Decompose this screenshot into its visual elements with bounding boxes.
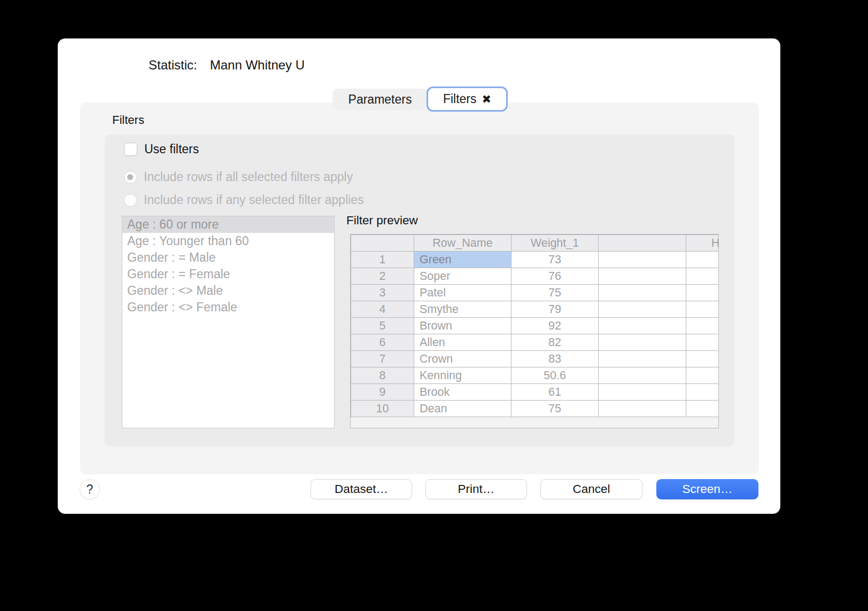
- filter-list-item[interactable]: Age : Younger than 60: [122, 233, 334, 249]
- radio-any-filter[interactable]: [124, 194, 137, 207]
- cell-rownum[interactable]: 7: [351, 351, 414, 367]
- help-button[interactable]: ?: [80, 479, 100, 499]
- filter-list-item[interactable]: Gender : = Female: [122, 266, 334, 283]
- tab-filters-label: Filters: [443, 92, 477, 106]
- screen-button-label: Screen…: [683, 482, 733, 496]
- tab-parameters[interactable]: Parameters: [332, 89, 428, 110]
- cell-weight[interactable]: 83: [511, 351, 599, 367]
- help-icon: ?: [87, 482, 94, 497]
- cell-name[interactable]: Brown: [414, 318, 511, 334]
- cell-name[interactable]: Allen: [414, 334, 511, 351]
- filter-list-item[interactable]: Gender : <> Male: [122, 283, 334, 299]
- cell-name[interactable]: Brook: [414, 384, 511, 401]
- cell-weight[interactable]: 73: [511, 252, 599, 268]
- close-icon[interactable]: ✖: [482, 93, 492, 105]
- tab-filters[interactable]: Filters ✖: [427, 87, 508, 112]
- use-filters-checkbox[interactable]: [124, 143, 137, 156]
- cell-extra[interactable]: [599, 252, 686, 268]
- cell-rownum[interactable]: 8: [351, 367, 414, 384]
- cell-extra2[interactable]: [686, 367, 719, 384]
- cell-name[interactable]: Crown: [414, 351, 511, 367]
- cell-extra[interactable]: [599, 285, 686, 301]
- radio-all-filters[interactable]: [124, 171, 137, 184]
- cell-weight[interactable]: 92: [511, 318, 599, 334]
- cell-rownum[interactable]: 5: [351, 318, 414, 334]
- header-weight-1: Weight_1: [511, 235, 599, 252]
- filter-preview-table[interactable]: Row_Name Weight_1 H 1Green732Soper763Pat…: [350, 234, 719, 428]
- cell-weight[interactable]: 61: [511, 384, 599, 401]
- cell-extra2[interactable]: [686, 351, 719, 367]
- cell-name[interactable]: Kenning: [414, 367, 511, 384]
- cell-extra2[interactable]: [686, 252, 719, 268]
- radio-all-label: Include rows if all selected filters app…: [144, 170, 353, 184]
- dataset-button[interactable]: Dataset…: [311, 479, 412, 499]
- cell-rownum[interactable]: 10: [351, 401, 414, 417]
- cell-rownum[interactable]: 6: [351, 334, 414, 351]
- cell-extra[interactable]: [599, 268, 686, 285]
- cell-name[interactable]: Dean: [414, 401, 511, 417]
- print-button[interactable]: Print…: [425, 479, 527, 499]
- dataset-button-label: Dataset…: [335, 482, 388, 496]
- cell-weight[interactable]: 75: [511, 401, 599, 417]
- statistic-header: Statistic: Mann Whitney U: [149, 58, 305, 73]
- screen-button[interactable]: Screen…: [656, 479, 758, 499]
- table-row: 9Brook61: [351, 384, 719, 401]
- cell-extra[interactable]: [599, 401, 686, 417]
- cell-extra2[interactable]: [686, 334, 719, 351]
- cell-extra2[interactable]: [686, 301, 719, 318]
- header-row-name: Row_Name: [414, 235, 511, 252]
- table-header-row: Row_Name Weight_1 H: [351, 235, 719, 252]
- cell-name[interactable]: Green: [414, 252, 511, 268]
- use-filters-label: Use filters: [144, 142, 199, 156]
- statistic-value: Mann Whitney U: [210, 58, 305, 73]
- cell-weight[interactable]: 82: [511, 334, 599, 351]
- cell-rownum[interactable]: 1: [351, 252, 414, 268]
- table-row: 10Dean75: [351, 401, 719, 417]
- cell-extra[interactable]: [599, 301, 686, 318]
- filter-preview-tbody: 1Green732Soper763Patel754Smythe795Brown9…: [351, 252, 719, 417]
- cell-extra[interactable]: [599, 351, 686, 367]
- cell-weight[interactable]: 50.6: [511, 367, 599, 384]
- use-filters-row: Use filters: [124, 142, 199, 156]
- table-row: 4Smythe79: [351, 301, 719, 318]
- cell-extra[interactable]: [599, 367, 686, 384]
- cancel-button-label: Cancel: [572, 482, 610, 496]
- header-empty: [599, 235, 686, 252]
- table-row: 1Green73: [351, 252, 719, 268]
- cell-extra2[interactable]: [686, 285, 719, 301]
- cell-extra2[interactable]: [686, 318, 719, 334]
- table-row: 3Patel75: [351, 285, 719, 301]
- cell-rownum[interactable]: 9: [351, 384, 414, 401]
- header-clipped: H: [686, 235, 719, 252]
- filter-preview-label: Filter preview: [346, 214, 418, 228]
- cell-extra2[interactable]: [686, 401, 719, 417]
- filters-section-title: Filters: [112, 113, 144, 127]
- filter-listbox[interactable]: Age : 60 or moreAge : Younger than 60Gen…: [122, 216, 335, 428]
- cell-extra[interactable]: [599, 384, 686, 401]
- filter-list-item[interactable]: Gender : = Male: [122, 249, 334, 266]
- cell-extra2[interactable]: [686, 268, 719, 285]
- table-row: 5Brown92: [351, 318, 719, 334]
- radio-row-any: Include rows if any selected filter appl…: [124, 193, 364, 207]
- cell-name[interactable]: Soper: [414, 268, 511, 285]
- cell-name[interactable]: Patel: [414, 285, 511, 301]
- radio-row-all: Include rows if all selected filters app…: [124, 170, 353, 184]
- table-scroll-area[interactable]: [351, 417, 718, 428]
- cell-extra[interactable]: [599, 318, 686, 334]
- header-rownum: [351, 235, 414, 252]
- statistic-dialog: Statistic: Mann Whitney U Parameters Fil…: [58, 38, 780, 514]
- table-row: 7Crown83: [351, 351, 719, 367]
- cell-rownum[interactable]: 3: [351, 285, 414, 301]
- cell-name[interactable]: Smythe: [414, 301, 511, 318]
- cell-extra2[interactable]: [686, 384, 719, 401]
- filter-list-item[interactable]: Gender : <> Female: [122, 299, 334, 316]
- cancel-button[interactable]: Cancel: [540, 479, 642, 499]
- filter-list-item[interactable]: Age : 60 or more: [122, 216, 334, 233]
- cell-weight[interactable]: 75: [511, 285, 599, 301]
- cell-extra[interactable]: [599, 334, 686, 351]
- cell-rownum[interactable]: 4: [351, 301, 414, 318]
- cell-weight[interactable]: 76: [511, 268, 599, 285]
- filters-groupbox: Use filters Include rows if all selected…: [105, 135, 734, 446]
- cell-rownum[interactable]: 2: [351, 268, 414, 285]
- cell-weight[interactable]: 79: [511, 301, 599, 318]
